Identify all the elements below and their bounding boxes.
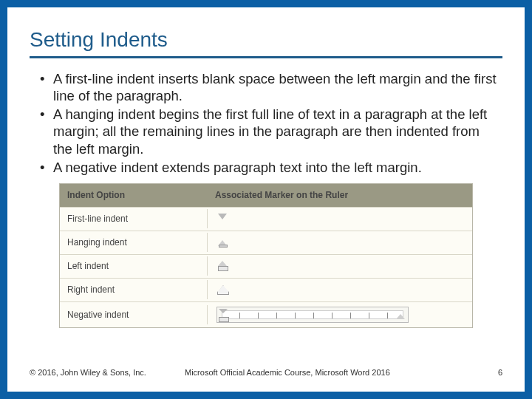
table-header-row: Indent Option Associated Marker on the R… [60,184,472,208]
slide-title: Setting Indents [30,28,502,58]
bullet-item: A hanging indent begins the first full l… [34,106,498,157]
indent-marker-cell [208,233,472,252]
indent-table: Indent Option Associated Marker on the R… [59,183,473,328]
indent-option-label: Right indent [60,280,208,299]
indent-marker-cell [208,280,472,299]
indent-marker-cell [208,302,472,327]
footer-course: Microsoft Official Academic Course, Micr… [185,368,480,377]
indent-marker-cell [208,209,472,228]
slide: Setting Indents A first-line indent inse… [0,0,532,399]
indent-option-label: Left indent [60,256,208,276]
right-indent-marker-icon [216,284,228,295]
bullet-item: A negative indent extends paragraph text… [34,159,498,176]
hanging-indent-marker-icon [216,237,228,248]
left-indent-marker-icon [216,261,228,271]
indent-option-label: First-line indent [60,209,208,228]
negative-indent-ruler-icon [216,307,409,323]
table-row: Negative indent [60,302,472,327]
indent-marker-cell [208,256,472,276]
table-header-indent-option: Indent Option [60,185,208,205]
indent-option-label: Hanging indent [60,233,208,252]
table-row: Right indent [60,279,472,302]
first-line-indent-marker-icon [216,214,228,224]
slide-footer: © 2016, John Wiley & Sons, Inc. Microsof… [30,368,502,377]
bullet-list: A first-line indent inserts blank space … [30,70,502,176]
bullet-item: A first-line indent inserts blank space … [34,70,498,104]
table-row: Hanging indent [60,231,472,255]
footer-copyright: © 2016, John Wiley & Sons, Inc. [30,368,185,377]
table-row: First-line indent [60,208,472,231]
footer-page-number: 6 [480,368,502,377]
indent-option-label: Negative indent [60,305,208,324]
table-row: Left indent [60,255,472,279]
table-header-marker: Associated Marker on the Ruler [208,185,472,205]
